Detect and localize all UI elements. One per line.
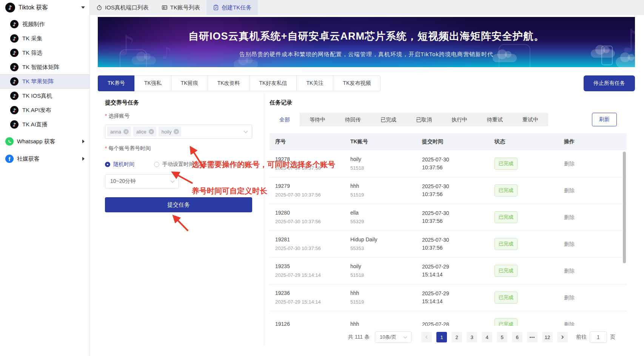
task-status-filter-tab[interactable]: 全部 bbox=[270, 113, 300, 126]
sidebar-item-label: TK IOS真机 bbox=[22, 92, 52, 100]
page-number-button[interactable]: 6 bbox=[512, 332, 522, 342]
sidebar-item-social[interactable]: f 社媒获客 bbox=[0, 151, 89, 166]
function-tab[interactable]: TK留痕 bbox=[171, 75, 208, 91]
tk-account-id: 55353 bbox=[350, 244, 416, 252]
goto-page-input[interactable] bbox=[590, 331, 607, 343]
pager: 123456•••12 bbox=[419, 332, 570, 342]
submit-task-button[interactable]: 提交任务 bbox=[105, 197, 252, 212]
sidebar-item[interactable]: ♪ TK API发布 bbox=[0, 103, 89, 117]
tk-account: hhh bbox=[350, 182, 416, 190]
sidebar-item-whatsapp[interactable]: Whatsapp 获客 bbox=[0, 134, 89, 149]
tiktok-icon: ♪ bbox=[10, 20, 18, 28]
page-number-button[interactable]: 1 bbox=[436, 332, 447, 342]
sidebar-item-label: 视频制作 bbox=[22, 21, 45, 28]
task-status-filter-tab[interactable]: 已完成 bbox=[371, 113, 406, 126]
delete-button[interactable]: 删除 bbox=[564, 214, 575, 220]
tab-create-tk-task[interactable]: 创建TK任务 bbox=[206, 0, 258, 15]
table-row: 192352025-07-29 15:14:14 hoily51518 2025… bbox=[270, 258, 627, 284]
delete-button[interactable]: 删除 bbox=[564, 241, 575, 247]
sidebar-item[interactable]: ♪ TK 智能体矩阵 bbox=[0, 60, 89, 74]
function-tabs: TK养号TK强私TK留痕TK改资料TK好友私信TK关注TK发布视频 bbox=[98, 75, 381, 91]
next-page-button[interactable] bbox=[557, 332, 568, 342]
task-status-filter-tab[interactable]: 待重试 bbox=[477, 113, 513, 126]
task-id-time: 2025-07-29 15:14:14 bbox=[275, 298, 345, 306]
page-number-button[interactable]: 4 bbox=[482, 332, 492, 342]
tk-account: hoily bbox=[350, 262, 416, 270]
tab-ios-device-ports[interactable]: IOS真机端口列表 bbox=[90, 0, 155, 15]
task-id: 19126 bbox=[275, 320, 345, 326]
task-records-pane: 任务记录 全部等待中待回传已完成已取消执行中待重试重试中 刷新 序号 TK账号 … bbox=[264, 91, 635, 345]
function-tab[interactable]: TK强私 bbox=[134, 75, 171, 91]
delete-button[interactable]: 删除 bbox=[564, 187, 575, 193]
prev-page-button[interactable] bbox=[421, 332, 432, 342]
sidebar-item[interactable]: ♪ TK 筛选 bbox=[0, 46, 89, 60]
sidebar-item-label: Whatsapp 获客 bbox=[17, 138, 55, 145]
status-badge: 已完成 bbox=[495, 265, 518, 277]
function-tab[interactable]: TK养号 bbox=[98, 75, 135, 91]
chevron-right-icon bbox=[82, 157, 85, 161]
submit-date: 2025-07-30 bbox=[422, 236, 489, 244]
column-header: 状态 bbox=[489, 138, 558, 145]
duration-select[interactable]: 10~20分钟 bbox=[105, 174, 179, 189]
clipboard-check-icon bbox=[213, 5, 219, 11]
status-badge: 已完成 bbox=[495, 292, 518, 304]
user-card-icon bbox=[162, 5, 168, 11]
tiktok-icon: ♪ bbox=[10, 34, 18, 43]
task-status-filter-tab[interactable]: 等待中 bbox=[300, 113, 335, 126]
stop-all-tasks-button[interactable]: 停止所有任务 bbox=[584, 75, 635, 91]
content: ♪ ♪ ♪ 自研IOS云真机系统+自研安卓云ARM芯片系统，短视频出海矩阵安全护… bbox=[90, 15, 644, 345]
radio-manual-time[interactable] bbox=[154, 162, 159, 167]
radio-random-time[interactable] bbox=[105, 162, 110, 167]
function-tab[interactable]: TK改资料 bbox=[208, 75, 250, 91]
sidebar: ♪ Tiktok 获客 ♪ 视频制作 ♪ TK 采集 ♪ TK 筛选 ♪ TK … bbox=[0, 0, 90, 356]
tiktok-icon: ♪ bbox=[10, 106, 18, 114]
task-status-filter-tab[interactable]: 执行中 bbox=[442, 113, 477, 126]
page-number-button[interactable]: 12 bbox=[542, 332, 553, 342]
account-tag-label: alice bbox=[136, 129, 146, 135]
remove-tag-icon[interactable]: × bbox=[123, 129, 129, 134]
function-tab[interactable]: TK好友私信 bbox=[250, 75, 297, 91]
sidebar-item[interactable]: ♪ TK IOS真机 bbox=[0, 89, 89, 103]
sidebar-item-label: 社媒获客 bbox=[17, 155, 40, 163]
submit-time: 15:14:14 bbox=[422, 298, 489, 305]
task-status-filter-tab[interactable]: 已取消 bbox=[406, 113, 442, 126]
hero-banner: ♪ ♪ ♪ 自研IOS云真机系统+自研安卓云ARM芯片系统，短视频出海矩阵安全护… bbox=[98, 17, 635, 67]
sidebar-item[interactable]: ♪ TK AI直播 bbox=[0, 117, 89, 132]
tk-account-id: 51519 bbox=[350, 191, 416, 199]
tk-account: hhh bbox=[350, 320, 416, 326]
task-status-filter-tab[interactable]: 重试中 bbox=[513, 113, 548, 126]
function-tab[interactable]: TK发布视频 bbox=[333, 75, 381, 91]
task-id-time: 2025-07-30 10:37:56 bbox=[275, 218, 345, 226]
tab-tk-accounts[interactable]: TK账号列表 bbox=[155, 0, 206, 15]
account-tag: hoily × bbox=[159, 127, 182, 137]
page-number-button[interactable]: 3 bbox=[467, 332, 477, 342]
remove-tag-icon[interactable]: × bbox=[149, 129, 154, 134]
total-count: 共 111 条 bbox=[348, 334, 370, 341]
tk-account: Hidup Daily bbox=[350, 236, 416, 244]
delete-button[interactable]: 删除 bbox=[564, 321, 575, 326]
column-header: 提交时间 bbox=[416, 138, 489, 145]
remove-tag-icon[interactable]: × bbox=[174, 129, 179, 134]
delete-button[interactable]: 删除 bbox=[564, 161, 575, 167]
page-number-button[interactable]: 5 bbox=[497, 332, 507, 342]
table-row: 192802025-07-30 10:37:56 ella55329 2025-… bbox=[270, 204, 627, 231]
status-badge: 已完成 bbox=[495, 184, 518, 196]
sidebar-item[interactable]: ♪ TK 苹果矩阵 bbox=[0, 74, 89, 89]
page-number-button[interactable]: ••• bbox=[527, 332, 538, 342]
account-multiselect[interactable]: anna × alice × hoily × bbox=[105, 124, 252, 139]
sidebar-root-tiktok[interactable]: ♪ Tiktok 获客 bbox=[0, 0, 89, 15]
delete-button[interactable]: 删除 bbox=[564, 295, 575, 301]
page-number-button[interactable]: 2 bbox=[451, 332, 462, 342]
table-row: 192792025-07-30 10:37:56 hhh51519 2025-0… bbox=[270, 177, 627, 204]
delete-button[interactable]: 删除 bbox=[564, 268, 575, 274]
function-tab[interactable]: TK关注 bbox=[296, 75, 333, 91]
page-size-select[interactable]: 10条/页 bbox=[375, 331, 411, 343]
refresh-button[interactable]: 刷新 bbox=[592, 113, 617, 126]
tiktok-icon: ♪ bbox=[10, 49, 18, 57]
task-status-filter-tab[interactable]: 待回传 bbox=[335, 113, 371, 126]
table-scrollbar[interactable] bbox=[623, 152, 626, 263]
tk-account: ella bbox=[350, 209, 416, 217]
sidebar-item[interactable]: ♪ 视频制作 bbox=[0, 17, 89, 31]
sidebar-item-label: TK 苹果矩阵 bbox=[22, 78, 54, 85]
sidebar-item[interactable]: ♪ TK 采集 bbox=[0, 31, 89, 46]
